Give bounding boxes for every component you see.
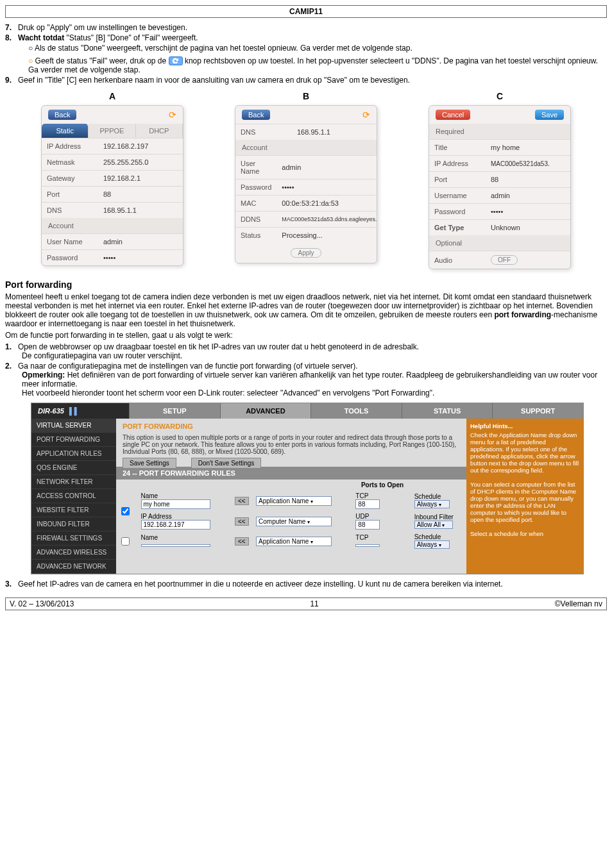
cancel-button[interactable]: Cancel bbox=[436, 110, 470, 120]
phone-c: Cancel Save Required Titlemy home IP Add… bbox=[429, 105, 571, 269]
tab-static[interactable]: Static bbox=[42, 124, 89, 138]
save-button[interactable]: Save bbox=[535, 110, 564, 120]
rules-header: 24 -- PORT FORWARDING RULES bbox=[116, 467, 466, 480]
step-8: 8. Wacht totdat "Status" [B] "Done" of "… bbox=[5, 33, 607, 74]
sidebar-item[interactable]: ADVANCED NETWORK bbox=[31, 560, 116, 574]
dlink-screenshot: DIR-635▐▐ SETUP ADVANCED TOOLS STATUS SU… bbox=[31, 403, 584, 574]
ip-input[interactable]: 192.168.2.197 bbox=[141, 520, 210, 530]
inbound-select[interactable]: Allow All bbox=[414, 521, 453, 529]
name-input[interactable]: my home bbox=[141, 499, 210, 509]
step-8a: ○ Als de status "Done" weergeeft, versch… bbox=[28, 44, 607, 53]
sidebar-item[interactable]: ACCESS CONTROL bbox=[31, 489, 116, 503]
refresh-icon[interactable]: ⟳ bbox=[169, 110, 176, 120]
schedule-select[interactable]: Always bbox=[414, 540, 450, 549]
schedule-select[interactable]: Always bbox=[414, 500, 450, 508]
pf-desc: This option is used to open multiple por… bbox=[116, 434, 466, 459]
step-9: 9. Geef in "Title" [C] een herkenbare na… bbox=[5, 76, 607, 85]
apply-button[interactable]: Apply bbox=[291, 248, 321, 258]
audio-toggle[interactable]: OFF bbox=[491, 255, 518, 265]
label-c: C bbox=[429, 91, 571, 101]
sidebar-item[interactable]: VIRTUAL SERVER bbox=[31, 419, 116, 433]
account-header: Account bbox=[42, 218, 183, 233]
phone-b-col: B Back ⟳ DNS168.95.1.1 Account User Name… bbox=[235, 91, 377, 269]
page-header: CAMIP11 bbox=[5, 5, 607, 18]
tcp-input[interactable] bbox=[355, 544, 380, 547]
rule-checkbox[interactable] bbox=[121, 507, 130, 515]
port-forwarding-heading: Port forwarding bbox=[5, 280, 607, 290]
compname-select[interactable]: Computer Name bbox=[256, 517, 332, 526]
udp-input[interactable]: 88 bbox=[355, 520, 380, 530]
tab-tools[interactable]: TOOLS bbox=[310, 403, 402, 419]
label-a: A bbox=[41, 91, 183, 101]
footer-copyright: ©Velleman nv bbox=[555, 599, 602, 608]
dlink-main: PORT FORWARDING This option is used to o… bbox=[116, 419, 466, 574]
sidebar-item[interactable]: APPLICATION RULES bbox=[31, 447, 116, 461]
sidebar-item[interactable]: INBOUND FILTER bbox=[31, 517, 116, 531]
dlink-logo: DIR-635▐▐ bbox=[31, 403, 129, 419]
copy-button[interactable]: << bbox=[235, 517, 249, 526]
tab-dhcp[interactable]: DHCP bbox=[136, 124, 183, 138]
phone-b: Back ⟳ DNS168.95.1.1 Account User Namead… bbox=[235, 105, 377, 263]
sidebar-item[interactable]: PORT FORWARDING bbox=[31, 433, 116, 447]
sidebar-item[interactable]: WEBSITE FILTER bbox=[31, 503, 116, 517]
tcp-input[interactable]: 88 bbox=[355, 499, 380, 509]
rule-checkbox[interactable] bbox=[121, 537, 130, 546]
page-footer: V. 02 – 13/06/2013 11 ©Velleman nv bbox=[5, 597, 607, 610]
ip-label: IP Address bbox=[42, 138, 98, 154]
copy-button[interactable]: << bbox=[235, 497, 249, 505]
dlink-tabs: SETUP ADVANCED TOOLS STATUS SUPPORT bbox=[129, 403, 583, 419]
step-7: 7. Druk op "Apply" om uw instellingen te… bbox=[5, 23, 607, 32]
back-button[interactable]: Back bbox=[48, 110, 76, 120]
refresh-icon bbox=[169, 56, 183, 65]
get-type-label[interactable]: Get Type bbox=[429, 220, 486, 236]
dlink-sidebar: VIRTUAL SERVER PORT FORWARDING APPLICATI… bbox=[31, 419, 116, 574]
footer-page: 11 bbox=[310, 599, 318, 608]
save-settings-button[interactable]: Save Settings bbox=[123, 458, 176, 469]
step-8-sub: ○ Als de status "Done" weergeeft, versch… bbox=[5, 44, 607, 74]
appname-select[interactable]: Application Name bbox=[256, 537, 332, 546]
pf-step-3: 3. Geef het IP-adres van de camera en he… bbox=[5, 580, 607, 588]
tab-pppoe[interactable]: PPPOE bbox=[89, 124, 135, 138]
dont-save-button[interactable]: Don't Save Settings bbox=[191, 458, 262, 469]
pf-step-2: 2. Ga naar de configuratiepagina met de … bbox=[5, 362, 607, 397]
pf-title: PORT FORWARDING bbox=[116, 419, 466, 434]
helpful-hints: Helpful Hints... Check the Application N… bbox=[466, 419, 583, 574]
tab-support[interactable]: SUPPORT bbox=[492, 403, 583, 419]
copy-button[interactable]: << bbox=[235, 537, 249, 546]
refresh-icon[interactable]: ⟳ bbox=[362, 110, 370, 120]
phone-c-col: C Cancel Save Required Titlemy home IP A… bbox=[429, 91, 571, 269]
label-b: B bbox=[235, 91, 377, 101]
sidebar-item[interactable]: FIREWALL SETTINGS bbox=[31, 531, 116, 546]
sidebar-item[interactable]: ADVANCED WIRELESS bbox=[31, 546, 116, 560]
tab-setup[interactable]: SETUP bbox=[129, 403, 220, 419]
pf-para-2: Om de functie port forwarding in te stel… bbox=[5, 331, 607, 340]
step-8b: ○ Geeft de status "Fail" weer, druk op d… bbox=[28, 56, 607, 74]
pf-para-1: Momenteel heeft u enkel toegang tot de c… bbox=[5, 292, 607, 328]
sidebar-item[interactable]: NETWORK FILTER bbox=[31, 475, 116, 489]
tab-status[interactable]: STATUS bbox=[402, 403, 493, 419]
sidebar-item[interactable]: QOS ENGINE bbox=[31, 461, 116, 475]
tab-advanced[interactable]: ADVANCED bbox=[220, 403, 311, 419]
pf-step-1: 1. Open de webbrowser op uw draagbaar to… bbox=[5, 342, 607, 360]
appname-select[interactable]: Application Name bbox=[256, 496, 332, 506]
phone-a: Back ⟳ Static PPPOE DHCP IP Address192.1… bbox=[41, 105, 183, 266]
name-input[interactable] bbox=[141, 544, 210, 547]
phone-a-col: A Back ⟳ Static PPPOE DHCP IP Address192… bbox=[41, 91, 183, 269]
step-7-text: Druk op "Apply" om uw instellingen te be… bbox=[18, 23, 187, 32]
footer-version: V. 02 – 13/06/2013 bbox=[10, 599, 74, 608]
ip-value[interactable]: 192.168.2.197 bbox=[98, 138, 183, 154]
phone-row: A Back ⟳ Static PPPOE DHCP IP Address192… bbox=[5, 91, 607, 269]
back-button[interactable]: Back bbox=[242, 110, 270, 120]
